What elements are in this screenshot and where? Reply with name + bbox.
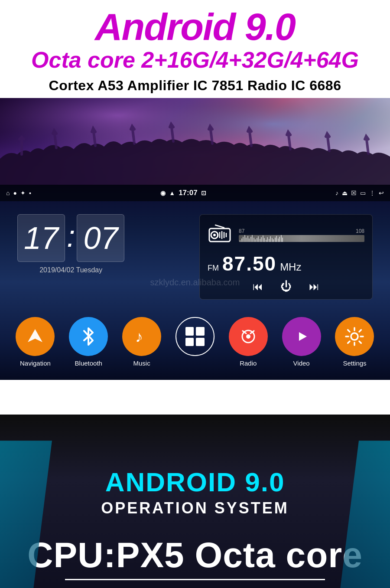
specs-line: Cortex A53 Amplifier IC 7851 Radio IC 66… bbox=[9, 78, 381, 94]
android-title: Android 9.0 bbox=[9, 8, 381, 46]
clock-hour: 17 bbox=[17, 214, 65, 262]
radio-band: FM bbox=[208, 264, 219, 273]
music-icon: ♪ bbox=[122, 317, 161, 356]
camera-icon: ⊡ bbox=[201, 189, 206, 196]
apps-label bbox=[194, 359, 196, 367]
wifi-icon: ▲ bbox=[169, 189, 175, 196]
radio-display: FM 87.50 MHz bbox=[208, 252, 364, 275]
radio-top: 87 108 bbox=[208, 221, 364, 249]
cpu-label: CPU:PX5 Octa core bbox=[17, 535, 373, 575]
operation-system-label: OPERATION SYSTEM bbox=[17, 499, 373, 517]
bluetooth-app-item[interactable]: Bluetooth bbox=[69, 317, 108, 367]
clock-minute: 07 bbox=[77, 214, 124, 262]
spacer bbox=[0, 380, 390, 415]
more-icon: ⋮ bbox=[369, 189, 375, 196]
clock-date: 2019/04/02 Tuesday bbox=[39, 266, 102, 274]
apps-grid-item[interactable] bbox=[176, 317, 214, 367]
video-icon bbox=[282, 317, 321, 356]
bluetooth-label: Bluetooth bbox=[75, 359, 102, 367]
navigation-app-item[interactable]: Navigation bbox=[16, 317, 55, 367]
radio-freq-area: 87 108 bbox=[239, 228, 364, 242]
concert-background bbox=[0, 98, 390, 185]
status-bar: ⌂ ● ✦ ▪ ◉ ▲ 17:07 ⊡ ♪ ⏏ ☒ ▭ ⋮ ↩ bbox=[0, 185, 390, 201]
settings-app-item[interactable]: Settings bbox=[335, 317, 374, 367]
settings-label: Settings bbox=[343, 359, 366, 367]
status-left: ⌂ ● ✦ ▪ bbox=[6, 189, 31, 196]
svg-point-4 bbox=[213, 234, 216, 236]
radio-next-button[interactable]: ⏭ bbox=[309, 281, 319, 293]
volume-icon: ♪ bbox=[335, 189, 338, 196]
status-right: ♪ ⏏ ☒ ▭ ⋮ ↩ bbox=[335, 189, 384, 196]
music-label: Music bbox=[133, 359, 150, 367]
clock-colon: : bbox=[65, 219, 77, 254]
radio-app-item[interactable]: Radio bbox=[229, 317, 268, 367]
settings-icon bbox=[335, 317, 374, 356]
radio-label: Radio bbox=[240, 359, 257, 367]
music-app-item[interactable]: ♪ Music bbox=[122, 317, 161, 367]
svg-marker-11 bbox=[28, 329, 42, 342]
svg-point-14 bbox=[246, 334, 250, 339]
bottom-section: ANDROID 9.0 OPERATION SYSTEM CPU:PX5 Oct… bbox=[0, 415, 390, 588]
radio-widget: 87 108 bbox=[199, 214, 373, 300]
radio-prev-button[interactable]: ⏮ bbox=[253, 281, 263, 293]
radio-power-button[interactable]: ⏻ bbox=[280, 280, 292, 293]
svg-point-16 bbox=[351, 333, 358, 340]
radio-app-icon bbox=[229, 317, 268, 356]
svg-line-10 bbox=[215, 225, 224, 228]
usb-icon: ✦ bbox=[20, 189, 26, 196]
radio-freq-num: 87.50 bbox=[222, 252, 276, 275]
location-icon: ◉ bbox=[160, 189, 166, 196]
clock-display: 17 : 07 bbox=[17, 214, 124, 262]
close-icon: ☒ bbox=[351, 189, 357, 196]
radio-controls: ⏮ ⏻ ⏭ bbox=[208, 280, 364, 293]
back-icon: ↩ bbox=[379, 189, 384, 196]
radio-unit: MHz bbox=[280, 261, 301, 273]
android-9-label: ANDROID 9.0 bbox=[17, 467, 373, 497]
freq-bar bbox=[239, 235, 364, 242]
status-time: 17:07 bbox=[179, 189, 197, 197]
freq-scale: 87 108 bbox=[239, 228, 364, 234]
navigation-label: Navigation bbox=[20, 359, 51, 367]
app-icons-row: Navigation Bluetooth ♪ Music bbox=[0, 308, 390, 380]
screen-content: 17 : 07 2019/04/02 Tuesday bbox=[0, 201, 390, 308]
clock-widget: 17 : 07 2019/04/02 Tuesday bbox=[17, 214, 124, 274]
shield-icon: ● bbox=[13, 189, 16, 196]
freq-high: 108 bbox=[356, 228, 364, 234]
bluetooth-icon bbox=[69, 317, 108, 356]
top-section: Android 9.0 Octa core 2+16G/4+32G/4+64G … bbox=[0, 0, 390, 98]
home-icon: ⌂ bbox=[6, 189, 10, 196]
svg-text:♪: ♪ bbox=[135, 328, 143, 346]
apps-grid-icon bbox=[176, 317, 214, 356]
radio-icon bbox=[208, 221, 232, 249]
freq-low: 87 bbox=[239, 228, 244, 234]
video-app-item[interactable]: Video bbox=[282, 317, 321, 367]
video-label: Video bbox=[293, 359, 310, 367]
eject-icon: ⏏ bbox=[342, 189, 348, 196]
status-center: ◉ ▲ 17:07 ⊡ bbox=[160, 189, 206, 197]
navigation-icon bbox=[16, 317, 55, 356]
octa-core: Octa core 2+16G/4+32G/4+64G bbox=[9, 48, 381, 72]
android-screen: ⌂ ● ✦ ▪ ◉ ▲ 17:07 ⊡ ♪ ⏏ ☒ ▭ ⋮ ↩ 17 : 07 bbox=[0, 185, 390, 380]
svg-marker-15 bbox=[299, 332, 307, 341]
battery-icon: ▪ bbox=[29, 189, 31, 196]
screen-icon: ▭ bbox=[360, 189, 366, 196]
cpu-underline bbox=[65, 579, 325, 580]
